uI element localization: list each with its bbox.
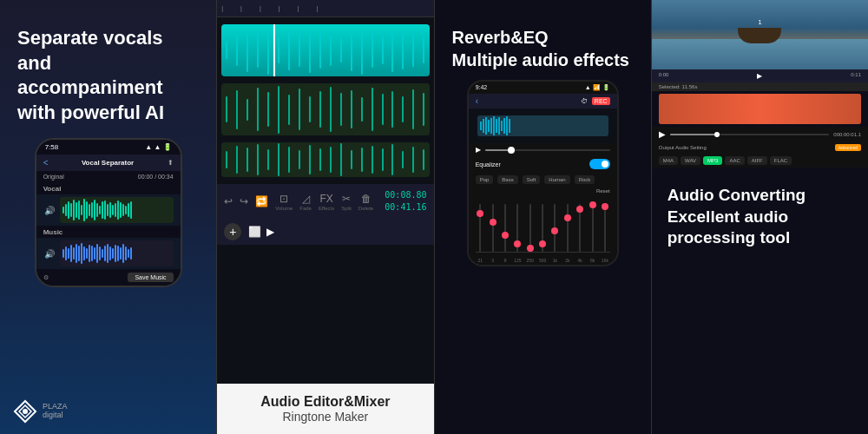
format-wav[interactable]: WAV <box>681 156 700 165</box>
undo-button[interactable]: ↩ <box>224 195 233 207</box>
daw-track-2 <box>221 83 429 135</box>
reset-label[interactable]: Reset <box>596 188 610 194</box>
preset-human[interactable]: Human <box>544 175 569 184</box>
daw-time-display: 00:08.80 00:41.16 <box>385 189 426 214</box>
freq-16k: 16k <box>600 258 609 263</box>
boat-numbers: 1 <box>652 18 868 26</box>
eq-bar-dot-2[interactable] <box>490 219 496 226</box>
format-aiff[interactable]: AIFF <box>747 156 767 165</box>
freq-8k: 8k <box>588 258 597 263</box>
format-aac[interactable]: AAC <box>725 156 744 165</box>
delete-button[interactable]: 🗑 Delete <box>358 193 373 211</box>
preset-bass[interactable]: Bass <box>497 175 517 184</box>
phone-time: 7:58 <box>45 143 59 151</box>
music-waveform <box>60 240 174 266</box>
fade-button[interactable]: ◿ Fade <box>299 193 312 211</box>
daw-ruler: | | | | | | <box>217 0 433 17</box>
daw-waveform-3 <box>221 142 429 177</box>
ruler-mark-5: | <box>298 5 299 11</box>
redo-button[interactable]: ↪ <box>240 195 248 207</box>
fx-icon: FX <box>319 193 332 205</box>
track-info-bar: Original 00:00 / 00:34 <box>36 171 181 182</box>
boat-num-center: 1 <box>758 18 761 26</box>
eq-bar-dot-9[interactable] <box>576 206 583 213</box>
phone-mockup-1: 7:58 ▲ ▲ 🔋 < Vocal Separator ⬆ Original … <box>35 138 182 287</box>
undo-icon: ↩ <box>224 195 233 207</box>
p4-timeline: 0:00 ▶ 0:11 <box>652 69 868 82</box>
eq-bar-dot-3[interactable] <box>502 232 509 239</box>
p4-advanced-button[interactable]: Advanced <box>835 144 861 151</box>
save-music-button[interactable]: Save Music <box>128 273 173 282</box>
daw-track-3 <box>221 142 429 177</box>
freq-8: 8 <box>500 258 510 263</box>
redo-icon: ↪ <box>240 195 248 207</box>
stop-button[interactable]: ⬜ <box>248 226 261 238</box>
eq-play-button[interactable]: ▶ <box>476 146 481 154</box>
p4-format-buttons: M4A WAV MP3 AAC AIFF FLAC <box>652 154 868 168</box>
preset-pop[interactable]: Pop <box>476 175 494 184</box>
freq-125: 125 <box>513 258 523 263</box>
p4-play-btn[interactable]: ▶ <box>757 72 762 80</box>
effects-button[interactable]: FX Effects <box>319 193 334 211</box>
eq-toggle-switch[interactable] <box>589 159 610 169</box>
delete-label: Delete <box>358 206 373 211</box>
eq-progress-fill <box>485 149 510 151</box>
panel-audio-converting: 1 0:00 ▶ 0:11 Selected: 11.56s ▶ 000:00:… <box>652 0 868 434</box>
caption-line1: Audio Converting <box>667 186 806 204</box>
p4-timestamp: 000:00:01.1 <box>833 132 861 137</box>
back-button[interactable]: < <box>43 158 49 168</box>
eq-bar-4 <box>513 204 523 252</box>
eq-bar-line-1 <box>479 204 481 252</box>
format-m4a[interactable]: M4A <box>659 156 678 165</box>
eq-bar-line-7 <box>554 204 556 252</box>
panel-audio-editor: | | | | | | <box>217 0 433 434</box>
eq-bar-dot-6[interactable] <box>539 240 546 247</box>
eq-time: 9:42 <box>476 84 488 91</box>
track-time: 00:00 / 00:34 <box>138 174 174 180</box>
eq-bars-container <box>469 197 617 256</box>
music-bars <box>60 240 135 266</box>
eq-bar-dot-4[interactable] <box>514 240 521 247</box>
eq-bar-dot-1[interactable] <box>477 210 483 217</box>
trim-button[interactable]: ⊡ Volume <box>275 193 293 211</box>
loop-icon: 🔁 <box>255 195 268 207</box>
daw-screen: | | | | | | <box>217 0 433 384</box>
loop-button[interactable]: 🔁 <box>255 195 268 207</box>
ruler-mark-3: | <box>260 5 261 11</box>
add-track-button[interactable]: + <box>224 223 241 240</box>
eq-bars <box>476 201 610 253</box>
phone-app-title: Vocal Separator <box>52 159 162 167</box>
daw-waveform-2 <box>221 83 429 135</box>
eq-bar-line-9 <box>579 204 581 252</box>
eq-timer-icon: ⏱ <box>581 97 588 105</box>
p4-progress-fill <box>670 134 718 135</box>
p4-play-button[interactable]: ▶ <box>659 129 666 139</box>
p4-output-text: Output Audio Setting <box>659 145 707 150</box>
headline-line1: Reverb&EQ <box>452 28 549 47</box>
format-flac[interactable]: FLAC <box>770 156 792 165</box>
play-button[interactable]: ▶ <box>266 226 274 238</box>
eq-bar-dot-11[interactable] <box>602 203 608 210</box>
effects-label: Effects <box>319 206 334 211</box>
split-button[interactable]: ✂ Split <box>341 193 352 211</box>
eq-bar-dot-7[interactable] <box>551 227 558 234</box>
daw-time-2: 00:41.16 <box>385 201 426 214</box>
eq-bar-2 <box>488 204 497 252</box>
eq-bar-dot-5[interactable] <box>527 245 534 252</box>
plaza-logo-icon <box>13 399 37 424</box>
eq-bar-dot-8[interactable] <box>564 214 571 221</box>
panel1-headline: Separate vocals and accompaniment with p… <box>0 0 216 138</box>
preset-rock[interactable]: Rock <box>575 175 595 184</box>
eq-bar-dot-10[interactable] <box>589 201 596 208</box>
freq-2k: 2k <box>562 258 572 263</box>
headline-line2: Multiple audio effects <box>452 50 629 69</box>
preset-soft[interactable]: Soft <box>523 175 541 184</box>
format-mp3[interactable]: MP3 <box>703 156 722 165</box>
p4-waveform-inner <box>659 94 861 124</box>
eq-bar-line-4 <box>516 204 518 252</box>
eq-back-button[interactable]: ‹ <box>476 96 478 106</box>
p4-selected-label: Selected: 11.56s <box>659 84 698 89</box>
freq-500: 500 <box>537 258 547 263</box>
vocal-bars <box>60 197 135 223</box>
eq-bar-line-10 <box>592 204 594 252</box>
